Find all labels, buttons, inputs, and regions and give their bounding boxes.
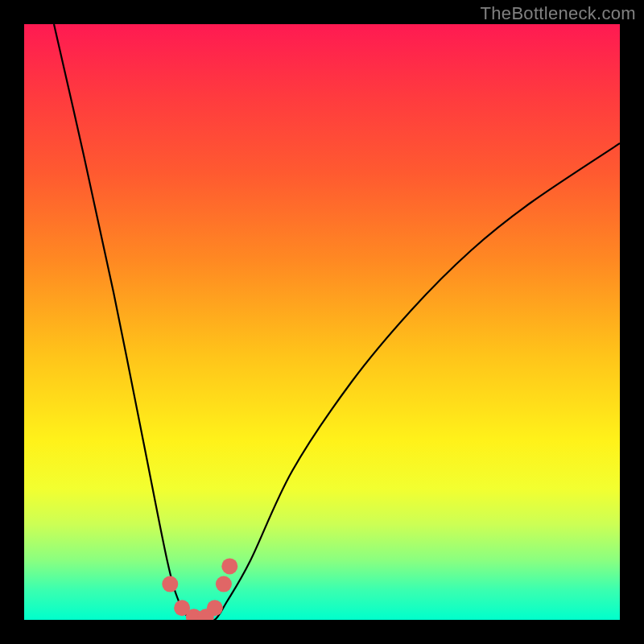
bottleneck-curve-path [54,24,620,620]
marker-point [216,576,232,592]
chart-frame: TheBottleneck.com [0,0,644,644]
marker-point [162,576,178,592]
marker-point [207,600,223,616]
watermark-text: TheBottleneck.com [481,3,636,24]
marker-group [162,558,237,620]
plot-area [24,24,620,620]
bottleneck-curve-svg [24,24,620,620]
marker-point [221,558,237,574]
